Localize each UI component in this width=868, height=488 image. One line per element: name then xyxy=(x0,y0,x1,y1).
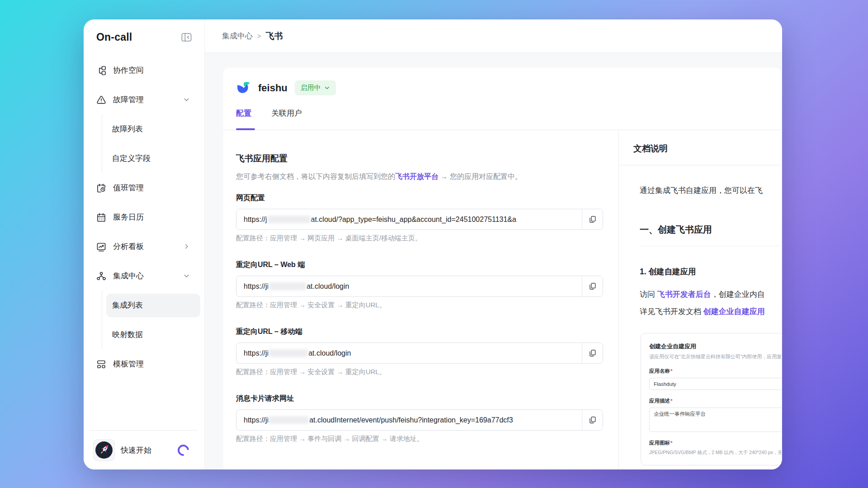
screenshot-field-label: 应用名称* xyxy=(649,368,781,375)
field-help: 配置路径：应用管理 → 安全设置 → 重定向URL。 xyxy=(236,368,603,376)
sidebar-item-label: 映射数据 xyxy=(112,329,143,340)
field-redirect-mobile: 重定向URL – 移动端 https://jiat.cloud/login 配置… xyxy=(236,327,603,376)
field-label: 消息卡片请求网址 xyxy=(236,394,603,404)
sidebar-item-label: 模板管理 xyxy=(113,359,144,369)
screenshot-desc-textarea: 企业统一事件响应平台 xyxy=(649,408,781,432)
calendar-clock-icon xyxy=(95,182,107,194)
url-value: https://jiat.cloud/login xyxy=(236,343,582,363)
app-title: On-call xyxy=(96,31,132,43)
sidebar-item-custom-fields[interactable]: 自定义字段 xyxy=(84,144,204,173)
copy-icon xyxy=(588,215,597,224)
tab-bar: 配置 关联用户 xyxy=(223,108,781,130)
field-label: 重定向URL – Web 端 xyxy=(236,260,603,270)
sidebar-collapse-icon[interactable] xyxy=(180,31,193,43)
template-icon xyxy=(95,358,107,370)
sidebar-item-integration-list[interactable]: 集成列表 xyxy=(84,291,204,320)
copy-icon xyxy=(588,349,597,357)
docs-section-title: 一、创建飞书应用 xyxy=(640,224,781,246)
breadcrumb-parent[interactable]: 集成中心 xyxy=(222,31,253,41)
sidebar-item-label: 分析看板 xyxy=(113,241,144,252)
redacted-blur xyxy=(269,282,306,290)
url-input[interactable]: https://jiat.cloud/login xyxy=(236,343,603,364)
feishu-logo-icon xyxy=(236,80,252,96)
url-value: https://jiat.cloudInternet/event/push/fe… xyxy=(236,410,582,430)
docs-panel: 文档说明 通过集成飞书自建应用，您可以在飞 一、创建飞书应用 1. 创建自建应用… xyxy=(618,130,781,469)
tab-related-users[interactable]: 关联用户 xyxy=(271,108,302,130)
docs-intro: 通过集成飞书自建应用，您可以在飞 xyxy=(640,185,781,196)
copy-button[interactable] xyxy=(582,343,603,363)
sidebar-item-label: 值班管理 xyxy=(113,183,144,193)
redacted-blur xyxy=(269,416,309,424)
url-input[interactable]: https://jiat.cloud/login xyxy=(236,276,603,297)
docs-title: 文档说明 xyxy=(619,130,781,165)
feishu-config-form: 飞书应用配置 您可参考右侧文档，将以下内容复制后填写到您的飞书开放平台 → 您的… xyxy=(223,130,618,469)
status-badge[interactable]: 启用中 xyxy=(295,80,336,95)
quick-start-button[interactable]: 快速开始 xyxy=(84,431,204,469)
screenshot-title: 创建企业自建应用 xyxy=(649,343,781,351)
screenshot-field-label: 应用描述* xyxy=(649,398,781,404)
sidebar-item-schedule-management[interactable]: 值班管理 xyxy=(84,173,204,202)
docs-line-2: 详见飞书开发文档 创建企业自建应用 xyxy=(640,306,781,317)
sidebar-item-incident-list[interactable]: 故障列表 xyxy=(84,114,204,144)
sidebar-item-template-management[interactable]: 模板管理 xyxy=(84,349,204,379)
loading-spinner-icon xyxy=(175,442,191,458)
url-value: https://jiat.cloud/login xyxy=(236,276,582,296)
field-label: 网页配置 xyxy=(236,193,603,203)
field-label: 重定向URL – 移动端 xyxy=(236,327,603,337)
required-asterisk: * xyxy=(670,398,672,404)
feishu-developer-console-link[interactable]: 飞书开发者后台 xyxy=(657,290,711,299)
warning-icon xyxy=(95,94,107,106)
copy-button[interactable] xyxy=(582,410,603,430)
sidebar-item-service-calendar[interactable]: 服务日历 xyxy=(84,202,204,232)
sidebar-item-label: 服务日历 xyxy=(113,212,144,222)
url-input[interactable]: https://jat.cloud/?app_type=feishu_app&a… xyxy=(236,209,603,230)
create-app-doc-link[interactable]: 创建企业自建应用 xyxy=(703,307,765,316)
sidebar-item-label: 协作空间 xyxy=(113,65,144,75)
field-help: 配置路径：应用管理 → 网页应用 → 桌面端主页/移动端主页。 xyxy=(236,234,603,243)
form-description: 您可参考右侧文档，将以下内容复制后填写到您的飞书开放平台 → 您的应用对应配置中… xyxy=(236,172,603,182)
sidebar: On-call 协作空间 xyxy=(84,19,205,469)
integration-icon xyxy=(95,270,107,282)
sidebar-item-label: 集成列表 xyxy=(112,300,143,310)
breadcrumb-current: 飞书 xyxy=(266,30,283,42)
screenshot-field-label: 应用图标* xyxy=(649,440,781,446)
tab-config[interactable]: 配置 xyxy=(236,108,251,130)
quick-start-label: 快速开始 xyxy=(121,445,151,455)
calendar-icon xyxy=(95,211,107,223)
url-input[interactable]: https://jiat.cloudInternet/event/push/fe… xyxy=(236,409,603,431)
screenshot-icon-help: JPEG/PNG/SVG/BMP 格式，2 MB 以内，大于 240*240 p… xyxy=(649,450,781,456)
redacted-blur xyxy=(269,349,308,357)
chevron-down-icon xyxy=(183,272,190,279)
screenshot-subtitle: 该应用仅可在“北京快猫星云科技有限公司”内部使用，应用发布需经过企业 xyxy=(649,353,781,360)
main-body: feishu 启用中 配置 关联用户 飞书应用配置 您可参考右侧文档，将以下内容… xyxy=(205,53,782,469)
copy-button[interactable] xyxy=(582,209,603,230)
breadcrumb: 集成中心 > 飞书 xyxy=(205,19,782,53)
app-window: On-call 协作空间 xyxy=(84,19,782,469)
sidebar-item-analytics-dashboard[interactable]: 分析看板 xyxy=(84,232,204,261)
docs-line-1: 访问 飞书开发者后台，创建企业内自 xyxy=(640,289,781,300)
sidebar-item-label: 故障管理 xyxy=(113,94,144,105)
main-area: 集成中心 > 飞书 feishu 启用中 xyxy=(205,19,782,469)
docs-step-title: 1. 创建自建应用 xyxy=(640,266,781,277)
integration-name: feishu xyxy=(258,82,288,94)
sidebar-item-mapping-data[interactable]: 映射数据 xyxy=(84,320,204,349)
copy-icon xyxy=(588,282,597,291)
field-redirect-web: 重定向URL – Web 端 https://jiat.cloud/login … xyxy=(236,260,603,310)
required-asterisk: * xyxy=(670,440,672,446)
sidebar-item-integration-center[interactable]: 集成中心 xyxy=(84,261,204,291)
sidebar-item-workspace[interactable]: 协作空间 xyxy=(84,56,204,85)
status-label: 启用中 xyxy=(301,84,321,92)
feishu-open-platform-link[interactable]: 飞书开放平台 xyxy=(395,173,439,180)
copy-button[interactable] xyxy=(582,276,603,296)
sidebar-item-incident-management[interactable]: 故障管理 xyxy=(84,85,204,114)
sidebar-menu: 协作空间 故障管理 故障列表 自定义字段 xyxy=(84,55,204,428)
form-title: 飞书应用配置 xyxy=(236,153,603,164)
docs-body: 通过集成飞书自建应用，您可以在飞 一、创建飞书应用 1. 创建自建应用 访问 飞… xyxy=(619,165,781,469)
integration-header: feishu 启用中 xyxy=(223,68,781,96)
sidebar-item-label: 自定义字段 xyxy=(112,153,151,164)
rocket-icon xyxy=(93,439,115,461)
sidebar-header: On-call xyxy=(84,19,204,55)
field-help: 配置路径：应用管理 → 安全设置 → 重定向URL。 xyxy=(236,301,603,310)
url-value: https://jat.cloud/?app_type=feishu_app&a… xyxy=(236,209,582,230)
workspace-icon xyxy=(95,65,107,76)
